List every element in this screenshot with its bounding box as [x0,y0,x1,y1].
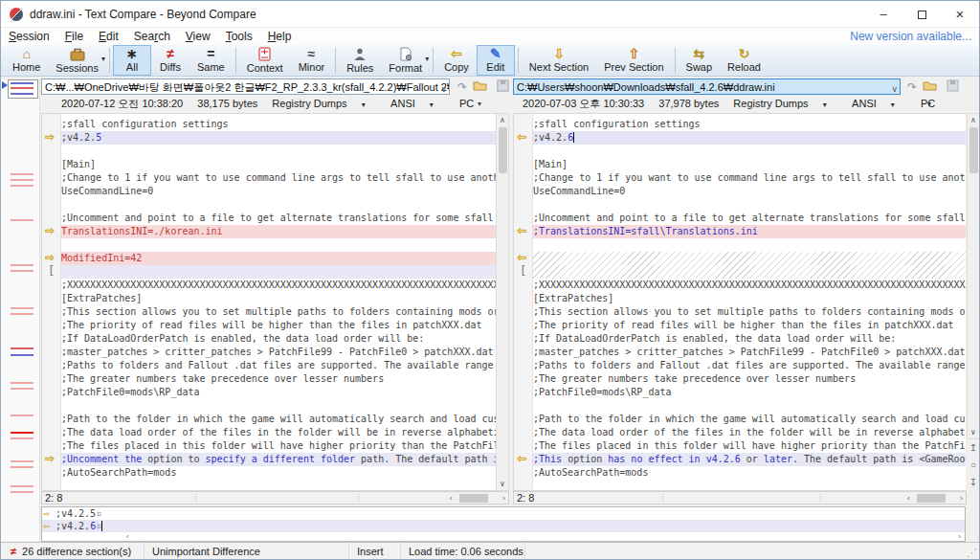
right-save-icon[interactable] [945,79,960,95]
right-path-combo[interactable]: C:₩Users₩shoon₩Downloads₩sfall_4.2.6₩ddr… [513,78,901,95]
right-save-left-icon[interactable] [495,79,510,95]
code-line[interactable] [61,265,496,279]
right-path-combo-caret[interactable]: ∨ [891,82,898,95]
menu-help[interactable]: Help [260,28,300,45]
code-line[interactable]: ;The greater numbers take precedence ove… [533,372,966,386]
left-vscroll-up-icon[interactable]: ∧ [497,116,508,124]
scroll-to-bottom-button[interactable]: ↧ [967,474,980,491]
code-line[interactable]: ;AutoSearchPath=mods [533,466,966,480]
diff-mark[interactable] [11,82,33,84]
code-line[interactable]: ;Paths to folders and Fallout .dat files… [61,359,496,372]
menu-search[interactable]: Search [126,28,178,45]
code-line[interactable]: ;The files placed in this folder will ha… [533,439,966,453]
diff-mark[interactable] [11,491,33,493]
right-vscroll-up-icon[interactable]: ∧ [968,116,979,124]
diffs-button[interactable]: ≠Diffs [151,45,189,76]
edit-button[interactable]: ✎Edit [477,45,515,76]
scroll-center-button[interactable]: ○ [967,457,980,474]
left-encoding-dropdown[interactable]: ANSI ▾ [390,98,445,109]
rules-button[interactable]: Rules [339,45,381,76]
code-line[interactable]: ;v4.2.6 [533,131,966,145]
diff-mark[interactable] [11,388,33,390]
code-line[interactable] [61,238,496,252]
mini-hscroll-left-icon[interactable]: ‹ [126,532,129,541]
left-vscroll-thumb[interactable] [499,127,507,173]
left-section-arrow-icon[interactable]: ⇨ [45,224,55,237]
sessions-button[interactable]: Sessions▾ [48,45,106,76]
left-vscrollbar[interactable]: ∧ ∨ [496,113,509,491]
code-line[interactable] [533,238,966,252]
minor-button[interactable]: ≈Minor [291,45,333,76]
right-section-arrow-icon[interactable]: ⇦ [517,130,526,144]
diff-mark[interactable] [11,219,33,221]
left-vscroll-down-icon[interactable]: ∨ [497,480,508,488]
code-line[interactable]: ;TranslationsINI=sfall\Translations.ini [533,225,966,238]
code-line[interactable]: ;Uncomment the option to specify a diffe… [61,453,496,466]
code-line[interactable]: ;master_patches > critter_patches > Patc… [533,346,966,359]
code-line[interactable]: ;Path to the folder in which the game wi… [61,413,496,426]
code-line[interactable]: [Main] [533,158,966,171]
diff-mark[interactable] [11,485,33,487]
code-line[interactable] [533,145,966,158]
diff-mark[interactable] [11,460,33,462]
left-path-combo-caret[interactable]: ∨ [440,82,447,95]
code-line[interactable] [61,480,496,491]
code-line[interactable]: ;Change to 1 if you want to use command … [533,171,966,185]
code-line[interactable]: ;PatchFile0=mods\RP_data [61,386,496,399]
diff-mark[interactable] [11,93,33,95]
right-hscroll-left-icon[interactable]: ‹ [907,493,910,504]
code-line[interactable] [533,252,966,265]
mini-diff-row[interactable]: ⇨;v4.2.5¤ [42,507,965,520]
right-section-arrow-icon[interactable]: ⇦ [517,251,526,264]
left-section-arrow-icon[interactable]: ⇨ [45,452,55,465]
diff-mark[interactable] [11,354,33,356]
code-line[interactable]: ModifiedIni=42 [61,252,496,265]
menu-edit[interactable]: Edit [91,28,126,45]
diff-mark[interactable] [11,466,33,468]
left-hscrollbar[interactable]: ‹ › [448,493,507,504]
right-hscroll-right-icon[interactable]: › [960,493,963,504]
right-hscrollbar[interactable]: ‹ › [905,493,965,504]
code-line[interactable]: ;The data load order of the files in the… [533,426,966,439]
code-line[interactable] [533,480,966,491]
code-line[interactable]: ;Paths to folders and Fallout .dat files… [533,359,966,372]
left-folder-icon[interactable]: ▾ [472,79,487,95]
left-section-arrow-icon[interactable]: ⇨ [45,130,55,144]
code-line[interactable] [533,399,966,413]
reload-button[interactable]: ↻Reload [720,45,768,76]
code-line[interactable]: ;PatchFile0=mods\RP_data [533,386,966,399]
left-format-dropdown[interactable]: Registry Dumps ▾ [272,98,376,109]
prev-section-button[interactable]: ⇧Prev Section [596,45,671,76]
right-format-dropdown[interactable]: Registry Dumps ▾ [733,98,837,109]
code-line[interactable]: ;AutoSearchPath=mods [61,466,496,480]
menu-file[interactable]: File [57,28,91,45]
left-hscroll-thumb[interactable] [459,494,488,503]
next-section-button[interactable]: ⇩Next Section [522,45,596,76]
diff-mark[interactable] [11,437,33,439]
code-line[interactable]: ;Uncomment and point to a file to get al… [61,212,496,225]
diff-mark[interactable] [11,313,33,315]
right-vscroll-thumb[interactable] [969,127,978,173]
diff-mark[interactable] [11,173,33,175]
code-line[interactable]: ;v4.2.5 [61,131,496,145]
code-line[interactable]: UseCommandLine=0 [533,185,966,198]
code-line[interactable]: ;Change to 1 if you want to use command … [61,171,496,185]
diff-mark[interactable] [11,270,33,272]
left-hscroll-right-icon[interactable]: › [502,493,505,504]
section-detail-pane[interactable]: ⇨;v4.2.5¤⇦;v4.2.6¤ ‹ › [41,506,966,542]
code-line[interactable]: UseCommandLine=0 [61,185,496,198]
code-line[interactable]: ;XXXXXXXXXXXXXXXXXXXXXXXXXXXXXXXXXXXXXXX… [533,279,966,292]
left-refresh-icon[interactable]: ↷ [455,79,470,95]
right-vscroll-down-icon[interactable]: ∨ [968,428,979,437]
code-line[interactable]: ;XXXXXXXXXXXXXXXXXXXXXXXXXXXXXXXXXXXXXXX… [61,279,496,292]
code-line[interactable]: [ExtraPatches] [533,292,966,305]
diff-mark[interactable] [11,307,33,309]
diff-mark[interactable] [11,432,33,434]
update-link[interactable]: New version available... [850,30,971,43]
swap-button[interactable]: ⇆Swap [679,45,721,76]
code-line[interactable]: ;The priority of read files will be high… [533,319,966,332]
code-line[interactable]: ;The priority of read files will be high… [61,319,496,332]
right-refresh-icon[interactable]: ↷ [904,79,920,95]
menu-view[interactable]: View [178,28,218,45]
code-line[interactable]: [Main] [61,158,496,171]
